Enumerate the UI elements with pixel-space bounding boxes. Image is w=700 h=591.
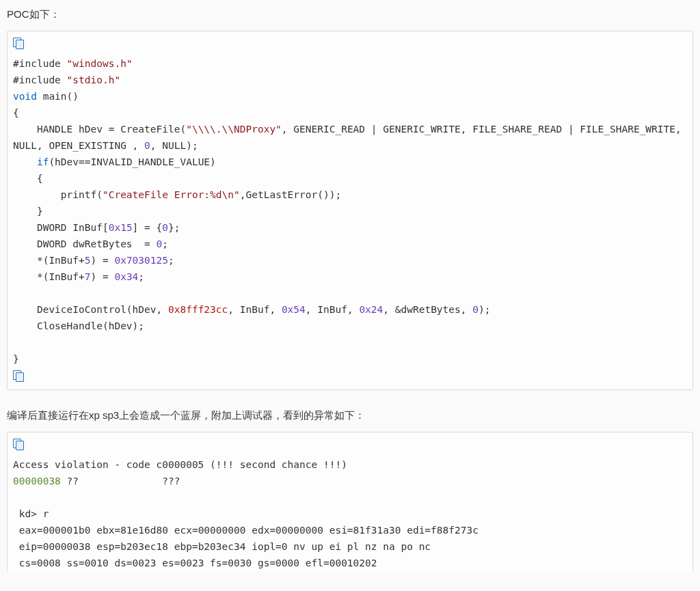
copy-icon[interactable]: [13, 38, 25, 49]
code-block-debugger: Access violation - code c0000005 (!!! se…: [7, 432, 693, 571]
copy-icon[interactable]: [13, 439, 25, 450]
intro-paragraph: POC如下：: [7, 8, 693, 21]
code-content-poc: #include "windows.h" #include "stdio.h" …: [13, 55, 687, 367]
code-block-poc: #include "windows.h" #include "stdio.h" …: [7, 31, 693, 390]
copy-icon[interactable]: [13, 371, 25, 382]
code-content-debugger: Access violation - code c0000005 (!!! se…: [13, 456, 687, 571]
mid-paragraph: 编译后直接运行在xp sp3上会造成一个蓝屏，附加上调试器，看到的异常如下：: [7, 409, 693, 422]
